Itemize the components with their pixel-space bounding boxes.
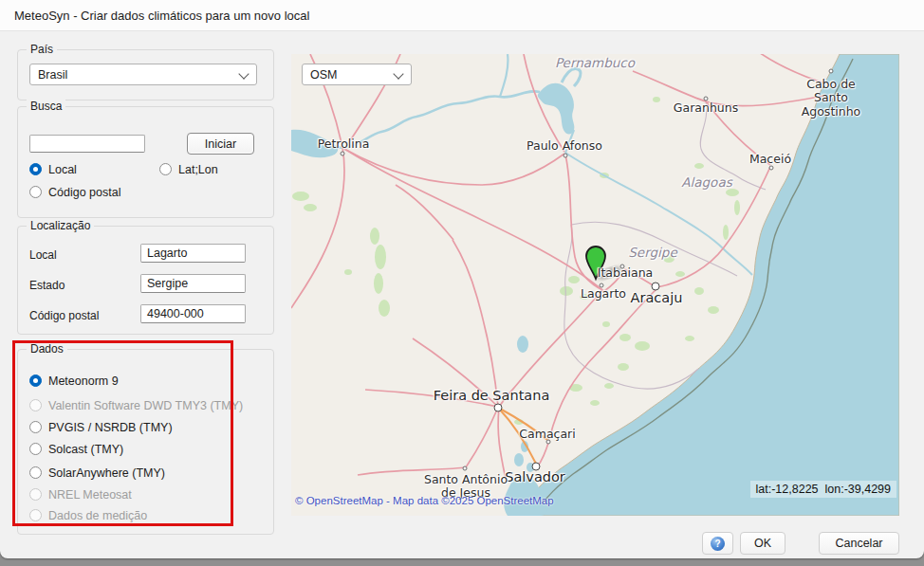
map-layer-selected-value: OSM	[310, 68, 337, 82]
radio-valentin-dwd: Valentin Software DWD TMY3 (TMY)	[29, 398, 243, 412]
radio-nrel-circle	[29, 488, 42, 501]
radio-meteonorm9-label: Meteonorm 9	[48, 374, 119, 388]
start-search-button[interactable]: Iniciar	[187, 133, 254, 155]
radio-solcast-label: Solcast (TMY)	[48, 443, 123, 456]
window-title: MeteoSyn - Criar dados climáticos para u…	[0, 9, 309, 23]
map-layer-select[interactable]: OSM	[302, 64, 412, 85]
map-place-label: Cabo de Santo Agostinho	[797, 78, 865, 119]
radio-medicao-label: Dados de medição	[48, 509, 147, 522]
map-place-label: Sergipe	[628, 246, 676, 261]
radio-postal-label: Código postal	[48, 186, 120, 199]
postal-field-value: 49400-000	[147, 307, 204, 320]
radio-search-local[interactable]: Local	[29, 162, 77, 176]
map-view[interactable]: CaruaruPernambucoCabo de Santo Agostinho…	[291, 54, 899, 516]
group-localizacao: Localização Local Lagarto Estado Sergipe…	[17, 226, 274, 335]
city-ring-marker	[652, 283, 660, 291]
map-place-label: Salvador	[505, 469, 565, 485]
postal-field[interactable]: 49400-000	[140, 304, 246, 323]
city-dot-marker	[769, 166, 774, 171]
local-field-value: Lagarto	[147, 246, 187, 260]
radio-dados-medicao: Dados de medição	[29, 508, 147, 522]
radio-medicao-circle	[29, 509, 42, 521]
map-place-label: Itabaiana	[598, 266, 654, 280]
radio-valentin-circle	[29, 399, 42, 411]
radio-pvgis-label: PVGIS / NSRDB (TMY)	[48, 421, 173, 434]
group-dados: Dados Meteonorm 9 Valentin Software DWD …	[17, 349, 274, 535]
city-dot-marker	[829, 69, 834, 74]
map-place-label: Paulo Afonso	[527, 139, 602, 153]
estado-field-value: Sergipe	[147, 277, 188, 290]
radio-nrel-meteosat: NREL Meteosat	[29, 487, 132, 502]
radio-search-postal[interactable]: Código postal	[29, 185, 120, 199]
map-attribution[interactable]: © OpenStreetMap - Map data ©2025 OpenStr…	[295, 495, 554, 506]
city-dot-marker	[620, 265, 625, 269]
map-place-label: Feira de Santana	[434, 388, 550, 404]
radio-local-label: Local	[48, 163, 77, 176]
city-dot-marker	[600, 283, 604, 288]
map-place-label: Lagarto	[581, 287, 626, 301]
city-dot-marker	[341, 152, 345, 156]
radio-meteonorm9[interactable]: Meteonorm 9	[29, 374, 119, 388]
country-select[interactable]: Brasil	[29, 64, 257, 85]
radio-local-circle	[29, 163, 42, 175]
chevron-down-icon	[393, 68, 403, 79]
cancel-button-label: Cancelar	[835, 537, 882, 550]
map-place-label: Petrolina	[318, 137, 370, 151]
group-pais: País Brasil	[17, 49, 274, 100]
radio-nrel-label: NREL Meteosat	[48, 488, 132, 502]
group-pais-label: País	[27, 43, 57, 56]
estado-field-label: Estado	[29, 279, 65, 292]
group-busca-label: Busca	[27, 100, 65, 113]
titlebar: MeteoSyn - Criar dados climáticos para u…	[0, 0, 924, 31]
search-input[interactable]	[29, 135, 145, 153]
radio-meteonorm9-circle	[29, 374, 42, 387]
ok-button-label: OK	[754, 537, 771, 550]
map-place-label: Aracaju	[631, 290, 683, 306]
radio-latlon-label: Lat;Lon	[178, 163, 218, 176]
map-coordinates-readout: lat:-12,8225 lon:-39,4299	[750, 481, 896, 498]
map-label-layer: CaruaruPernambucoCabo de Santo Agostinho…	[291, 54, 899, 516]
city-dot-marker	[463, 466, 468, 471]
city-dot-marker	[546, 440, 551, 445]
map-place-label: Pernambuco	[555, 56, 635, 71]
help-icon: ?	[711, 537, 725, 551]
city-ring-marker	[532, 463, 541, 471]
city-ring-marker	[494, 404, 503, 412]
radio-solaranywhere-circle	[29, 466, 42, 479]
estado-field[interactable]: Sergipe	[140, 274, 246, 293]
radio-solcast-circle	[29, 443, 42, 455]
map-place-label: Camaçari	[519, 428, 575, 441]
local-field[interactable]: Lagarto	[140, 244, 246, 263]
map-place-label: Alagoas	[681, 175, 731, 191]
city-dot-marker	[704, 97, 709, 101]
group-busca: Busca Iniciar Local Lat;Lon Código posta…	[17, 106, 274, 218]
radio-latlon-circle	[159, 163, 172, 175]
map-place-label: Maceió	[749, 153, 791, 166]
help-button[interactable]: ?	[702, 532, 733, 555]
radio-solaranywhere-label: SolarAnywhere (TMY)	[48, 466, 165, 480]
city-dot-marker	[564, 154, 568, 158]
radio-postal-circle	[29, 186, 42, 198]
meteosyn-dialog: MeteoSyn - Criar dados climáticos para u…	[0, 0, 924, 558]
ok-button[interactable]: OK	[740, 532, 785, 555]
local-field-label: Local	[29, 248, 57, 262]
cancel-button[interactable]: Cancelar	[819, 532, 899, 555]
radio-valentin-label: Valentin Software DWD TMY3 (TMY)	[48, 399, 243, 412]
chevron-down-icon	[238, 68, 249, 79]
radio-pvgis-circle	[29, 421, 42, 433]
country-selected-value: Brasil	[38, 68, 67, 82]
radio-solaranywhere[interactable]: SolarAnywhere (TMY)	[29, 466, 165, 480]
radio-solcast[interactable]: Solcast (TMY)	[29, 442, 123, 456]
start-search-label: Iniciar	[205, 137, 236, 151]
group-localizacao-label: Localização	[27, 219, 94, 232]
group-dados-label: Dados	[27, 342, 67, 356]
postal-field-label: Código postal	[29, 309, 99, 322]
radio-pvgis-nsrdb[interactable]: PVGIS / NSRDB (TMY)	[29, 420, 173, 434]
map-place-label: Garanhuns	[674, 101, 738, 115]
radio-search-latlon[interactable]: Lat;Lon	[159, 162, 218, 176]
